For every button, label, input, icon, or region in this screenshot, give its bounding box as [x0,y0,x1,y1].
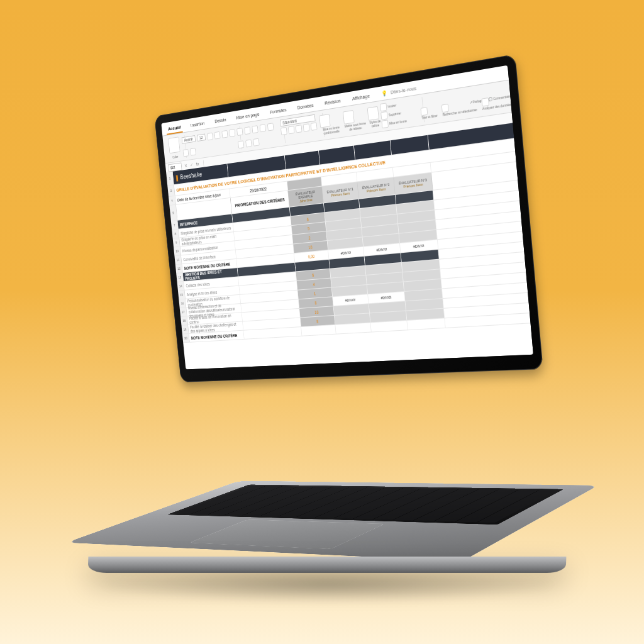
format-as-table[interactable] [343,110,355,125]
conditional-formatting[interactable] [319,114,330,128]
cell-styles[interactable] [367,106,379,121]
font-color-button[interactable] [190,148,196,156]
insert-label: Insérer [387,103,396,108]
inc-decimal[interactable] [303,123,310,131]
confirm-icon[interactable]: ✓ [190,162,194,168]
italic-button[interactable] [214,131,220,139]
laptop-front-edge [88,557,567,573]
sort-filter[interactable] [421,107,428,116]
underline-button[interactable] [221,130,228,138]
tab-revision[interactable]: Révision [322,96,343,109]
percent-button[interactable] [288,126,295,134]
align-middle[interactable] [244,126,250,135]
dec-decimal[interactable] [311,122,318,130]
error-div0: #DIV/0! [400,240,438,252]
eval1-name[interactable]: Prénom Nom [325,191,356,198]
cell-styles-label: Styles de cellule [369,119,382,128]
tab-tell-me[interactable]: Dites-le-nous [388,83,419,98]
align-center[interactable] [238,140,244,148]
delete-cells[interactable] [380,111,387,120]
comma-button[interactable] [296,125,303,133]
format-label: Mise en forme [389,119,407,125]
wrap-text[interactable] [260,124,266,132]
delete-label: Supprimer [389,111,402,117]
eval2-label: ÉVALUATEUR N°2 [360,182,392,190]
brand-logo: ❚Beeshake [175,170,203,180]
eval1-label: ÉVALUATEUR N°1 [325,187,355,194]
error-div0: #DIV/0! [328,247,364,259]
error-div0: #DIV/0! [364,243,401,256]
find-label: Rechercher et sélectionner [442,108,477,117]
eval2-name[interactable]: Prénom Nom [360,186,392,194]
cancel-icon[interactable]: ✕ [184,163,188,169]
comments-button[interactable]: 💬 Commentaires [489,94,513,101]
font-size[interactable]: 12 [197,134,206,142]
align-bottom[interactable] [252,125,258,133]
eval3-label: ÉVALUATEUR N°3 [396,177,429,186]
fx-label[interactable]: fx [196,161,199,167]
format-cells[interactable] [381,119,388,128]
insert-cells[interactable] [380,103,387,111]
merge-button[interactable] [253,138,259,146]
align-right[interactable] [245,139,252,147]
analyze-label: Analyser des données [482,102,513,111]
currency-button[interactable] [280,127,287,135]
align-top[interactable] [236,128,243,136]
laptop: Accueil Insertion Dessin Mise en page Fo… [165,58,531,384]
fill-color-button[interactable] [183,148,189,157]
align-left[interactable] [267,123,274,131]
cond-fmt-label: Mise en forme conditionnelle [320,125,342,135]
paste-label: Coller [172,155,179,159]
find-select[interactable] [441,104,449,113]
font-name[interactable]: Avenir [182,135,196,144]
share-button[interactable]: ↗ Partager [469,98,484,104]
sort-label: Trier et filtrer [421,113,438,119]
bold-button[interactable] [207,132,213,140]
table-fmt-label: Mettre sous forme de tableau [344,121,367,132]
eval3-name[interactable]: Prénom Nom [397,182,430,190]
product-mockup-background: Accueil Insertion Dessin Mise en page Fo… [0,0,644,644]
keyboard-deck [66,480,599,561]
tab-affichage[interactable]: Affichage [350,91,372,105]
